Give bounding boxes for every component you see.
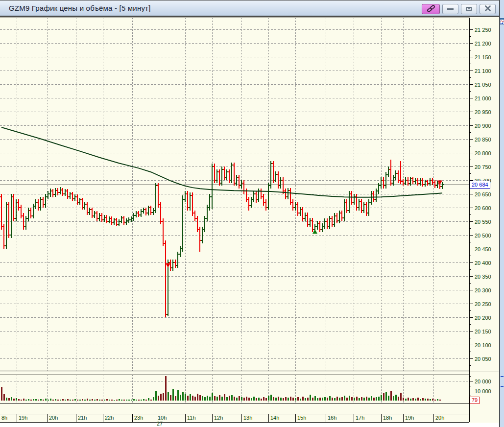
svg-text:8h: 8h — [1, 415, 7, 421]
svg-text:20 850: 20 850 — [475, 137, 491, 142]
minimize-icon — [447, 8, 454, 10]
scroll-mark-icon — [501, 386, 504, 387]
svg-text:10 000: 10 000 — [475, 388, 491, 394]
close-icon — [484, 5, 491, 13]
date-label: 27 — [157, 421, 163, 427]
svg-text:20 400: 20 400 — [475, 260, 491, 266]
svg-text:20 600: 20 600 — [475, 205, 491, 211]
svg-text:20 300: 20 300 — [475, 287, 491, 293]
svg-text:19h: 19h — [19, 415, 27, 421]
price-volume-chart[interactable]: 21 25021 20021 15021 10021 05021 00020 9… — [0, 17, 504, 427]
svg-text:20 150: 20 150 — [475, 329, 491, 334]
svg-text:20 900: 20 900 — [475, 123, 491, 129]
restore-button[interactable] — [461, 4, 477, 14]
svg-text:20 100: 20 100 — [475, 342, 491, 348]
svg-text:13h: 13h — [243, 415, 252, 421]
svg-text:20 550: 20 550 — [475, 219, 491, 225]
window-title: GZM9 График цены и объёма - [5 минут] — [9, 4, 151, 12]
svg-text:20 800: 20 800 — [475, 150, 491, 156]
restore-icon — [466, 7, 472, 11]
svg-text:16h: 16h — [328, 415, 336, 421]
svg-text:21 100: 21 100 — [475, 68, 491, 74]
svg-text:15h: 15h — [297, 415, 306, 421]
svg-text:20 450: 20 450 — [475, 246, 491, 252]
svg-text:12h: 12h — [214, 415, 223, 421]
link-button[interactable] — [422, 4, 440, 14]
svg-text:21 150: 21 150 — [475, 54, 491, 60]
chart-window: GZM9 График цены и объёма - [5 минут] — [0, 0, 504, 427]
svg-text:20 000: 20 000 — [475, 379, 491, 384]
window-titlebar[interactable]: GZM9 График цены и объёма - [5 минут] — [0, 0, 504, 17]
svg-text:20 250: 20 250 — [475, 301, 491, 307]
svg-text:20h: 20h — [435, 415, 444, 421]
svg-text:21 050: 21 050 — [475, 82, 491, 88]
svg-text:20 750: 20 750 — [475, 164, 491, 170]
svg-text:20 350: 20 350 — [475, 274, 491, 280]
svg-text:20 650: 20 650 — [475, 191, 491, 197]
svg-text:20 500: 20 500 — [475, 233, 491, 238]
link-icon — [426, 5, 436, 14]
svg-text:19h: 19h — [405, 415, 414, 421]
svg-text:10h: 10h — [158, 415, 167, 421]
svg-text:21 200: 21 200 — [475, 41, 491, 47]
last-volume-label: 79 — [470, 397, 480, 404]
chart-window-icon[interactable] — [500, 18, 504, 27]
svg-text:20h: 20h — [49, 415, 58, 421]
titlebar-buttons — [422, 4, 496, 14]
last-price-label: 20 684 — [470, 181, 490, 189]
minimize-button[interactable] — [442, 4, 458, 14]
svg-text:18h: 18h — [383, 415, 392, 421]
close-button[interactable] — [480, 4, 496, 14]
svg-text:21 000: 21 000 — [475, 95, 491, 101]
svg-text:17h: 17h — [356, 415, 364, 421]
background-window-strip[interactable] — [500, 0, 504, 427]
svg-text:21 250: 21 250 — [475, 27, 491, 33]
svg-text:22h: 22h — [105, 415, 114, 421]
svg-text:20 950: 20 950 — [475, 109, 491, 115]
svg-text:20 050: 20 050 — [475, 356, 491, 362]
svg-text:11h: 11h — [187, 415, 196, 421]
scroll-mark-icon — [501, 376, 504, 377]
svg-text:20 200: 20 200 — [475, 315, 491, 321]
svg-text:14h: 14h — [270, 415, 279, 421]
svg-text:23h: 23h — [134, 415, 143, 421]
svg-text:21h: 21h — [78, 415, 87, 421]
